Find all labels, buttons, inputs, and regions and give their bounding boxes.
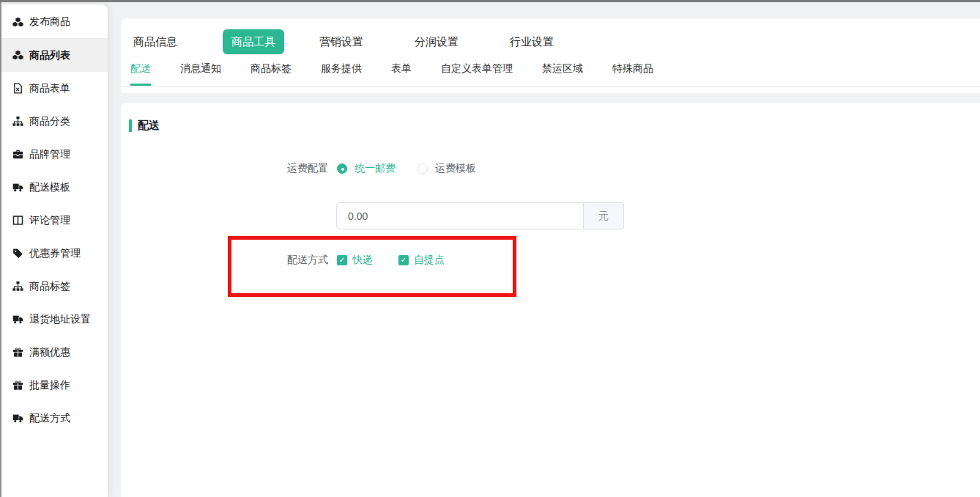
sidebar-item-label: 满额优惠 xyxy=(29,346,70,359)
subtab-special-products[interactable]: 特殊商品 xyxy=(612,62,653,86)
radio-unified-postage-label: 统一邮费 xyxy=(354,162,396,175)
sidebar-item-delivery-template[interactable]: 配送模板 xyxy=(0,171,108,204)
radio-selected-icon[interactable] xyxy=(337,163,347,174)
file-form-icon xyxy=(12,83,24,94)
postage-input-row: 元 xyxy=(336,202,980,229)
columns-icon xyxy=(12,215,24,226)
sidebar-item-label: 商品分类 xyxy=(29,115,70,128)
subtab-message-notification[interactable]: 消息通知 xyxy=(180,62,221,86)
tab-product-info[interactable]: 商品信息 xyxy=(133,35,177,49)
section-accent-bar xyxy=(129,119,132,132)
freight-config-row: 运费配置 统一邮费 运费模板 xyxy=(121,162,980,175)
radio-freight-template[interactable]: 运费模板 xyxy=(417,162,476,175)
checkbox-checked-icon[interactable] xyxy=(337,255,347,265)
sidebar: 发布商品 商品列表 商品表单 商品分类 品牌管理 配送模板 评论管理 优惠券管理… xyxy=(0,4,108,497)
sidebar-item-full-amount-discount[interactable]: 满额优惠 xyxy=(0,336,108,369)
sidebar-item-label: 商品表单 xyxy=(29,82,70,95)
postage-input-group: 元 xyxy=(336,202,624,229)
sidebar-item-brand-management[interactable]: 品牌管理 xyxy=(0,138,108,171)
cubes-icon xyxy=(12,17,24,28)
sidebar-item-label: 配送方式 xyxy=(29,412,70,425)
tabs-panel: 商品信息 商品工具 营销设置 分润设置 行业设置 配送 消息通知 商品标签 服务… xyxy=(121,18,980,93)
window-top-edge xyxy=(0,0,980,2)
subtab-custom-form-management[interactable]: 自定义表单管理 xyxy=(441,62,513,86)
delivery-method-row: 配送方式 快递 自提点 xyxy=(121,254,980,267)
truck-icon xyxy=(12,182,24,193)
truck-icon xyxy=(12,413,24,424)
subtab-embargo-area[interactable]: 禁运区域 xyxy=(542,62,583,86)
sidebar-item-product-list[interactable]: 商品列表 xyxy=(0,39,108,72)
sidebar-item-label: 优惠券管理 xyxy=(29,247,81,260)
tab-product-tools[interactable]: 商品工具 xyxy=(223,29,284,54)
tab-profit-settings[interactable]: 分润设置 xyxy=(415,35,459,49)
checkbox-pickup-point-label: 自提点 xyxy=(414,254,445,267)
sidebar-item-product-category[interactable]: 商品分类 xyxy=(0,105,108,138)
sidebar-item-return-address-settings[interactable]: 退货地址设置 xyxy=(0,303,108,336)
sitemap-icon xyxy=(12,281,24,292)
sidebar-item-label: 评论管理 xyxy=(29,214,70,227)
sidebar-item-label: 配送模板 xyxy=(29,181,70,194)
main-tab-bar: 商品信息 商品工具 营销设置 分润设置 行业设置 xyxy=(121,29,980,54)
gift-icon xyxy=(12,347,24,358)
tab-marketing-settings[interactable]: 营销设置 xyxy=(319,35,363,49)
section-title-text: 配送 xyxy=(138,119,160,133)
sidebar-item-batch-operation[interactable]: 批量操作 xyxy=(0,369,108,402)
sidebar-item-label: 批量操作 xyxy=(29,379,70,392)
sidebar-item-product-tags[interactable]: 商品标签 xyxy=(0,270,108,303)
sidebar-item-product-form[interactable]: 商品表单 xyxy=(0,72,108,105)
delivery-method-label: 配送方式 xyxy=(121,254,328,267)
gift-icon xyxy=(12,380,24,391)
radio-freight-template-label: 运费模板 xyxy=(435,162,476,175)
radio-unselected-icon[interactable] xyxy=(417,163,428,174)
briefcase-icon xyxy=(12,149,24,160)
window-left-edge xyxy=(0,0,1,497)
tab-industry-settings[interactable]: 行业设置 xyxy=(510,35,554,49)
sidebar-item-label: 商品标签 xyxy=(29,280,70,293)
sub-tab-bar: 配送 消息通知 商品标签 服务提供 表单 自定义表单管理 禁运区域 特殊商品 xyxy=(121,62,980,86)
freight-config-label: 运费配置 xyxy=(121,162,328,175)
checkbox-pickup-point[interactable]: 自提点 xyxy=(398,254,445,267)
sidebar-item-label: 商品列表 xyxy=(29,49,70,62)
checkbox-express[interactable]: 快递 xyxy=(337,254,373,267)
subtab-service-provide[interactable]: 服务提供 xyxy=(321,62,362,86)
subtab-form[interactable]: 表单 xyxy=(391,62,412,86)
sidebar-item-label: 品牌管理 xyxy=(29,148,70,161)
sidebar-item-publish-product[interactable]: 发布商品 xyxy=(0,6,108,39)
delivery-settings-panel: 配送 运费配置 统一邮费 运费模板 元 配送方式 快递 xyxy=(121,103,980,497)
checkbox-checked-icon[interactable] xyxy=(398,255,409,265)
postage-input[interactable] xyxy=(336,202,584,229)
section-header: 配送 xyxy=(129,119,980,133)
subtab-product-tags[interactable]: 商品标签 xyxy=(250,62,292,86)
sidebar-item-label: 退货地址设置 xyxy=(29,313,91,326)
cubes-icon xyxy=(12,50,24,61)
sidebar-item-coupon-management[interactable]: 优惠券管理 xyxy=(0,237,108,270)
postage-unit-suffix: 元 xyxy=(584,202,624,229)
truck-icon xyxy=(12,314,24,325)
sidebar-item-comment-management[interactable]: 评论管理 xyxy=(0,204,108,237)
radio-unified-postage[interactable]: 统一邮费 xyxy=(337,162,396,175)
subtab-delivery[interactable]: 配送 xyxy=(130,62,151,86)
sidebar-item-delivery-method[interactable]: 配送方式 xyxy=(0,402,108,435)
sidebar-item-label: 发布商品 xyxy=(29,15,70,29)
sitemap-icon xyxy=(12,116,24,127)
tag-icon xyxy=(12,248,24,259)
checkbox-express-label: 快递 xyxy=(352,254,373,267)
